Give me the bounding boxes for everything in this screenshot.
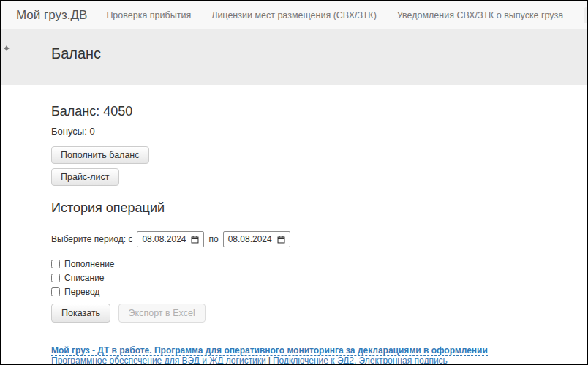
- notifications-bell-button[interactable]: [584, 7, 588, 23]
- footer-promo-line: Мой груз - ДТ в работе. Программа для оп…: [51, 345, 587, 355]
- separator: |: [268, 355, 271, 365]
- date-to-value: 08.08.2024: [228, 234, 272, 244]
- page-footer: Мой груз - ДТ в работе. Программа для оп…: [51, 345, 587, 365]
- bonus-value: 0: [89, 126, 94, 137]
- history-actions: Показать Экспорт в Excel: [51, 304, 587, 323]
- top-navbar: Мой груз.ДВ Проверка прибытия Лицензии м…: [1, 1, 587, 29]
- export-excel-button: Экспорт в Excel: [118, 304, 206, 323]
- period-selector: Выберите период: с 08.08.2024 по 08.08.2…: [51, 231, 587, 247]
- show-button[interactable]: Показать: [51, 304, 110, 323]
- date-to-input[interactable]: 08.08.2024: [223, 231, 290, 247]
- filter-transfer-label: Перевод: [64, 287, 99, 297]
- filter-topup-label: Пополнение: [64, 259, 115, 269]
- calendar-icon[interactable]: [191, 236, 199, 244]
- filter-topup[interactable]: Пополнение: [51, 259, 587, 269]
- period-to-label: по: [208, 234, 218, 244]
- nav-item-notifications[interactable]: Уведомления СВХ/ЗТК о выпуске груза: [397, 10, 563, 20]
- pricelist-button[interactable]: Прайс-лист: [51, 168, 119, 186]
- footer-software-line: Программное обеспечение для ВЭД и ЖД лог…: [51, 355, 587, 365]
- brand-logo[interactable]: Мой груз.ДВ: [16, 8, 87, 23]
- balance-value: 4050: [103, 104, 132, 118]
- nav-item-arrival-check[interactable]: Проверка прибытия: [106, 10, 191, 20]
- promo-link[interactable]: Мой груз - ДТ в работе. Программа для оп…: [51, 345, 488, 356]
- operation-filters: Пополнение Списание Перевод: [51, 259, 587, 297]
- balance-label: Баланс:: [51, 104, 99, 118]
- software-link-2[interactable]: Подключение к ЭД2, Электронная подпись: [273, 355, 448, 365]
- filter-withdrawal-label: Списание: [64, 273, 105, 283]
- filter-withdrawal[interactable]: Списание: [51, 273, 587, 283]
- calendar-icon[interactable]: [277, 236, 285, 244]
- topup-balance-button[interactable]: Пополнить баланс: [51, 146, 149, 164]
- page-header-band: Баланс: [1, 29, 587, 85]
- date-from-input[interactable]: 08.08.2024: [137, 231, 204, 247]
- withdrawal-checkbox[interactable]: [51, 274, 60, 282]
- page-title: Баланс: [1, 29, 587, 62]
- history-section-title: История операций: [51, 200, 587, 216]
- footer-divider: [51, 339, 579, 339]
- nav-item-licenses[interactable]: Лицензии мест размещения (СВХ/ЗТК): [211, 10, 377, 20]
- app-window: Мой груз.ДВ Проверка прибытия Лицензии м…: [0, 0, 588, 365]
- collapsed-menu-icon[interactable]: [4, 41, 10, 54]
- topup-checkbox[interactable]: [51, 260, 60, 268]
- navbar-right-group: Регион: Дальний Восток (ДВТУ): [584, 2, 588, 29]
- period-label: Выберите период: с: [51, 234, 132, 244]
- filter-transfer[interactable]: Перевод: [51, 287, 587, 297]
- main-content: Баланс: 4050 Бонусы: 0 Пополнить баланс …: [1, 85, 587, 365]
- date-from-value: 08.08.2024: [142, 234, 186, 244]
- balance-amount: Баланс: 4050: [51, 104, 587, 119]
- software-link-1[interactable]: Программное обеспечение для ВЭД и ЖД лог…: [51, 355, 266, 365]
- bonus-label: Бонусы:: [51, 126, 87, 137]
- bonus-amount: Бонусы: 0: [51, 126, 587, 137]
- transfer-checkbox[interactable]: [51, 287, 60, 296]
